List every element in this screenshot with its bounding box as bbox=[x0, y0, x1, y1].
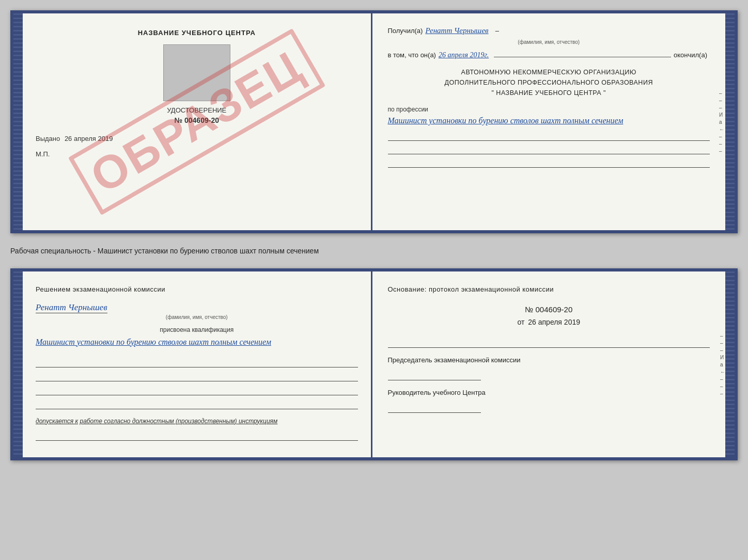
line-row-3 bbox=[388, 156, 710, 168]
ot-label: от bbox=[517, 318, 524, 326]
right-lines-area bbox=[388, 130, 710, 168]
predsedatel-block: Председатель экзаменационной комиссии bbox=[388, 356, 710, 380]
right-dash-line bbox=[388, 337, 710, 348]
dopuskaetsya-block: допускается к работе согласно должностны… bbox=[36, 417, 358, 426]
bottom-name: Ренатт Чернышев bbox=[36, 302, 107, 313]
proto-date-value: 26 апреля 2019 bbox=[528, 318, 580, 326]
doc-spine-right-top bbox=[725, 13, 735, 230]
page-wrapper: НАЗВАНИЕ УЧЕБНОГО ЦЕНТРА УДОСТОВЕРЕНИЕ №… bbox=[10, 10, 738, 460]
vtom-date: 26 апреля 2019г. bbox=[439, 51, 489, 59]
cert-number: № 004609-20 bbox=[36, 116, 358, 124]
org-line2: ДОПОЛНИТЕЛЬНОГО ПРОФЕССИОНАЛЬНОГО ОБРАЗО… bbox=[388, 77, 710, 88]
rukovoditel-block: Руководитель учебного Центра bbox=[388, 388, 710, 413]
predsedatel-sign-line bbox=[388, 369, 481, 380]
bottom-line-1 bbox=[36, 356, 358, 367]
bottom-name-block: Ренатт Чернышев (фамилия, имя, отчество) bbox=[36, 302, 358, 320]
specialty-label: Рабочая специальность - Машинист установ… bbox=[10, 243, 738, 259]
po-professii-label: по профессии bbox=[388, 106, 710, 113]
vydano-label: Выдано bbox=[36, 135, 60, 142]
bottom-line-3 bbox=[36, 384, 358, 395]
vydano-date: 26 апреля 2019 bbox=[65, 135, 113, 142]
side-indicators-bottom: – – – И а ← – – – bbox=[720, 333, 725, 396]
okonchil-label: окончил(а) bbox=[674, 51, 707, 59]
vtom-line: в том, что он(а) 26 апреля 2019г. окончи… bbox=[388, 51, 710, 59]
dopuskaetsya-value: работе согласно должностным (производств… bbox=[80, 418, 277, 425]
top-doc-left-page: НАЗВАНИЕ УЧЕБНОГО ЦЕНТРА УДОСТОВЕРЕНИЕ №… bbox=[23, 13, 372, 230]
top-doc-right-page: Получил(а) Ренатт Чернышев – (фамилия, и… bbox=[372, 13, 726, 230]
dash-line1 bbox=[494, 57, 671, 57]
doc-spine-bottom-left bbox=[13, 271, 23, 457]
org-line3: " НАЗВАНИЕ УЧЕБНОГО ЦЕНТРА " bbox=[388, 88, 710, 98]
bottom-fio-sub: (фамилия, имя, отчество) bbox=[36, 314, 358, 320]
rukovoditel-label: Руководитель учебного Центра bbox=[388, 388, 710, 397]
predsedatel-label: Председатель экзаменационной комиссии bbox=[388, 356, 710, 365]
org-block: АВТОНОМНУЮ НЕКОММЕРЧЕСКУЮ ОРГАНИЗАЦИЮ ДО… bbox=[388, 67, 710, 98]
kvalifikacia-value: Машинист установки по бурению стволов ша… bbox=[36, 336, 358, 348]
cert-vydano: Выдано 26 апреля 2019 bbox=[36, 135, 358, 142]
poluchil-line: Получил(а) Ренатт Чернышев – bbox=[388, 26, 710, 35]
proto-number: № 004609-20 bbox=[388, 305, 710, 314]
bottom-document: Решением экзаменационной комиссии Ренатт… bbox=[10, 268, 738, 460]
osnov-title: Основание: протокол экзаменационной коми… bbox=[388, 284, 710, 295]
top-document: НАЗВАНИЕ УЧЕБНОГО ЦЕНТРА УДОСТОВЕРЕНИЕ №… bbox=[10, 10, 738, 233]
doc-spine-bottom-right bbox=[725, 271, 735, 457]
proto-date: от 26 апреля 2019 bbox=[388, 318, 710, 326]
org-line1: АВТОНОМНУЮ НЕКОММЕРЧЕСКУЮ ОРГАНИЗАЦИЮ bbox=[388, 67, 710, 77]
poluchil-label: Получил(а) bbox=[388, 27, 423, 35]
cert-mp: М.П. bbox=[36, 150, 358, 158]
bottom-doc-left-page: Решением экзаменационной комиссии Ренатт… bbox=[23, 271, 372, 457]
fio-sub-top: (фамилия, имя, отчество) bbox=[388, 39, 710, 45]
vtom-label: в том, что он(а) bbox=[388, 51, 436, 59]
bottom-doc-right-page: Основание: протокол экзаменационной коми… bbox=[372, 271, 726, 457]
cert-photo-area bbox=[163, 44, 230, 101]
cert-title: НАЗВАНИЕ УЧЕБНОГО ЦЕНТРА bbox=[36, 29, 358, 37]
cert-udostoverenie-label: УДОСТОВЕРЕНИЕ bbox=[36, 106, 358, 114]
komissia-title: Решением экзаменационной комиссии bbox=[36, 284, 358, 295]
bottom-line-final bbox=[36, 429, 358, 441]
side-indicators-top: – – – И а ← – – – bbox=[719, 90, 725, 154]
dopuskaetsya-label: допускается к bbox=[36, 418, 78, 425]
profession-value: Машинист установки по бурению стволов ша… bbox=[388, 115, 710, 127]
line-row-1 bbox=[388, 130, 710, 141]
dash1: – bbox=[495, 27, 499, 35]
prisvoena-label: присвоена квалификация bbox=[36, 326, 358, 333]
rukovoditel-sign-line bbox=[388, 402, 481, 413]
bottom-line-2 bbox=[36, 370, 358, 381]
bottom-line-4 bbox=[36, 398, 358, 409]
doc-spine-left bbox=[13, 13, 23, 230]
line-row-2 bbox=[388, 143, 710, 154]
poluchil-name: Ренатт Чернышев bbox=[425, 26, 488, 35]
